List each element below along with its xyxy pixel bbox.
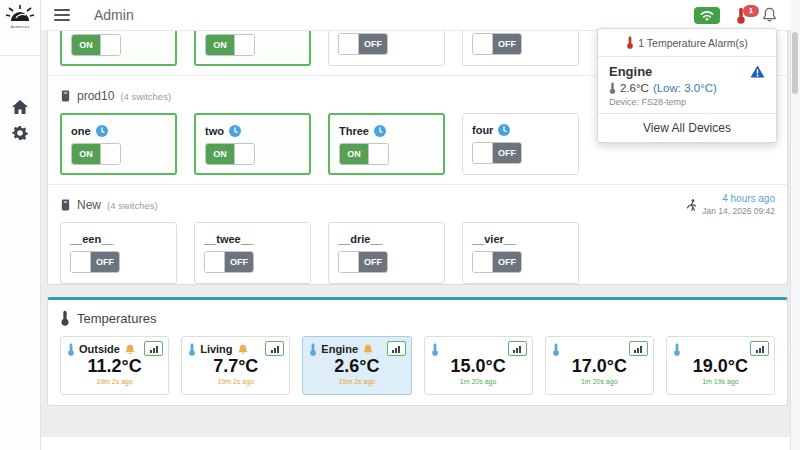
switch-card[interactable]: __vier__ OFF bbox=[462, 222, 579, 284]
thermometer-icon bbox=[609, 82, 616, 94]
alarm-reading: 2.6°C bbox=[620, 82, 649, 94]
alarm-bell-icon bbox=[124, 344, 136, 355]
toggle-switch[interactable]: ON bbox=[71, 34, 121, 56]
alarm-device-id: Device: FS28-temp bbox=[609, 97, 765, 107]
thermometer-icon bbox=[60, 310, 70, 326]
switch-card[interactable]: OFF bbox=[462, 30, 579, 66]
clock-icon[interactable] bbox=[374, 125, 386, 137]
log-chart-icon[interactable] bbox=[144, 341, 163, 356]
home-icon bbox=[12, 100, 28, 114]
sidebar-item-settings[interactable] bbox=[0, 120, 40, 146]
thermometer-alarm-icon bbox=[626, 36, 634, 49]
toggle-switch[interactable]: OFF bbox=[70, 251, 120, 273]
timestamp-absolute: Jan 14, 2026 09:42 bbox=[702, 206, 775, 217]
runner-icon bbox=[686, 199, 697, 212]
switch-row-new: __een__ OFF __twee__ OFF __drie__ OFF __… bbox=[60, 222, 775, 284]
thermometer-icon bbox=[67, 343, 75, 356]
switch-card[interactable]: ON bbox=[60, 30, 177, 66]
clock-icon[interactable] bbox=[498, 124, 510, 136]
switch-card[interactable]: __twee__ OFF bbox=[194, 222, 311, 284]
alarm-bell-icon bbox=[362, 344, 374, 355]
sidebar-item-home[interactable] bbox=[0, 94, 40, 120]
toggle-knob bbox=[234, 35, 254, 55]
logo-icon bbox=[5, 5, 35, 23]
toggle-knob bbox=[100, 144, 120, 164]
clock-icon[interactable] bbox=[96, 125, 108, 137]
toggle-knob bbox=[205, 252, 225, 272]
section-timestamp: 4 hours ago Jan 14, 2026 09:42 bbox=[686, 193, 775, 216]
menu-icon[interactable] bbox=[54, 6, 70, 24]
section-count: (4 switches) bbox=[120, 91, 171, 102]
view-all-devices-button[interactable]: View All Devices bbox=[598, 113, 776, 142]
toggle-switch[interactable]: OFF bbox=[472, 142, 522, 164]
switch-card[interactable]: ON bbox=[194, 30, 311, 66]
temperature-card-engine[interactable]: Engine 2.6°C 19m 2s ago bbox=[302, 336, 411, 395]
toggle-knob bbox=[234, 144, 254, 164]
wifi-status-button[interactable] bbox=[694, 7, 720, 24]
sidebar-divider bbox=[0, 55, 40, 56]
toggle-knob bbox=[368, 144, 388, 164]
section-name: prod10 bbox=[77, 89, 114, 103]
temperature-alarm-button[interactable]: 1 bbox=[736, 7, 746, 24]
domoticz-logo[interactable]: domoticz bbox=[0, 0, 40, 29]
toggle-switch[interactable]: ON bbox=[339, 143, 389, 165]
section-divider bbox=[48, 184, 787, 185]
log-chart-icon[interactable] bbox=[387, 341, 406, 356]
alarm-limit: (Low: 3.0°C) bbox=[653, 82, 717, 94]
popup-title: 1 Temperature Alarm(s) bbox=[638, 37, 748, 49]
temperatures-panel: Temperatures Outside 11.2°C 19m 2s ago L… bbox=[47, 297, 788, 406]
last-seen: 1m 20s ago bbox=[431, 378, 526, 385]
last-seen: 19m 2s ago bbox=[309, 378, 404, 385]
alarm-count-badge: 1 bbox=[743, 5, 759, 17]
toggle-switch[interactable]: OFF bbox=[338, 251, 388, 273]
switch-card[interactable]: one ON bbox=[60, 113, 177, 175]
alarm-bell-icon bbox=[237, 344, 249, 355]
toggle-switch[interactable]: OFF bbox=[204, 251, 254, 273]
device-icon bbox=[60, 89, 71, 103]
popup-header: 1 Temperature Alarm(s) bbox=[598, 29, 776, 57]
toggle-knob bbox=[100, 35, 120, 55]
switch-card[interactable]: two ON bbox=[194, 113, 311, 175]
wifi-icon bbox=[700, 10, 714, 21]
switch-card[interactable]: __drie__ OFF bbox=[328, 222, 445, 284]
toggle-switch[interactable]: ON bbox=[71, 143, 121, 165]
notifications-button[interactable] bbox=[762, 7, 777, 23]
toggle-knob bbox=[339, 252, 359, 272]
toggle-switch[interactable]: OFF bbox=[472, 251, 522, 273]
last-seen: 19m 2s ago bbox=[67, 378, 162, 385]
toggle-knob bbox=[473, 252, 493, 272]
temperature-alarm-popup: 1 Temperature Alarm(s) Engine 2.6°C (Low… bbox=[597, 28, 777, 143]
temperatures-title: Temperatures bbox=[77, 311, 156, 326]
log-chart-icon[interactable] bbox=[508, 341, 527, 356]
last-seen: 19m 2s ago bbox=[188, 378, 283, 385]
timestamp-relative: 4 hours ago bbox=[702, 193, 775, 206]
temperature-card-outside[interactable]: Outside 11.2°C 19m 2s ago bbox=[60, 336, 169, 395]
clock-icon[interactable] bbox=[229, 125, 241, 137]
temperature-card-living[interactable]: Living 7.7°C 19m 2s ago bbox=[181, 336, 290, 395]
log-chart-icon[interactable] bbox=[750, 341, 769, 356]
top-bar: Admin 1 bbox=[41, 0, 791, 31]
scrollbar-thumb[interactable] bbox=[792, 32, 798, 94]
last-seen: 1m 20s ago bbox=[552, 378, 647, 385]
page-title: Admin bbox=[94, 7, 134, 23]
toggle-switch[interactable]: ON bbox=[205, 34, 255, 56]
log-chart-icon[interactable] bbox=[629, 341, 648, 356]
section-count: (4 switches) bbox=[107, 200, 158, 211]
temperature-card-5[interactable]: 17.0°C 1m 20s ago bbox=[545, 336, 654, 395]
popup-body: Engine 2.6°C (Low: 3.0°C) Device: FS28-t… bbox=[598, 57, 776, 113]
switch-card[interactable]: four OFF bbox=[462, 113, 579, 175]
temperature-card-6[interactable]: 19.0°C 1m 19s ago bbox=[666, 336, 775, 395]
toggle-knob bbox=[473, 143, 493, 163]
device-icon bbox=[60, 198, 71, 212]
temperature-card-4[interactable]: 15.0°C 1m 20s ago bbox=[424, 336, 533, 395]
switch-card[interactable]: OFF bbox=[328, 30, 445, 66]
toggle-switch[interactable]: OFF bbox=[338, 33, 388, 55]
switch-card[interactable]: Three ON bbox=[328, 113, 445, 175]
log-chart-icon[interactable] bbox=[265, 341, 284, 356]
switch-card[interactable]: __een__ OFF bbox=[60, 222, 177, 284]
thermometer-icon bbox=[188, 343, 196, 356]
toggle-switch[interactable]: OFF bbox=[472, 33, 522, 55]
toggle-switch[interactable]: ON bbox=[205, 143, 255, 165]
thermometer-icon bbox=[673, 343, 681, 356]
temperature-card-row: Outside 11.2°C 19m 2s ago Living 7.7°C 1… bbox=[60, 336, 775, 395]
